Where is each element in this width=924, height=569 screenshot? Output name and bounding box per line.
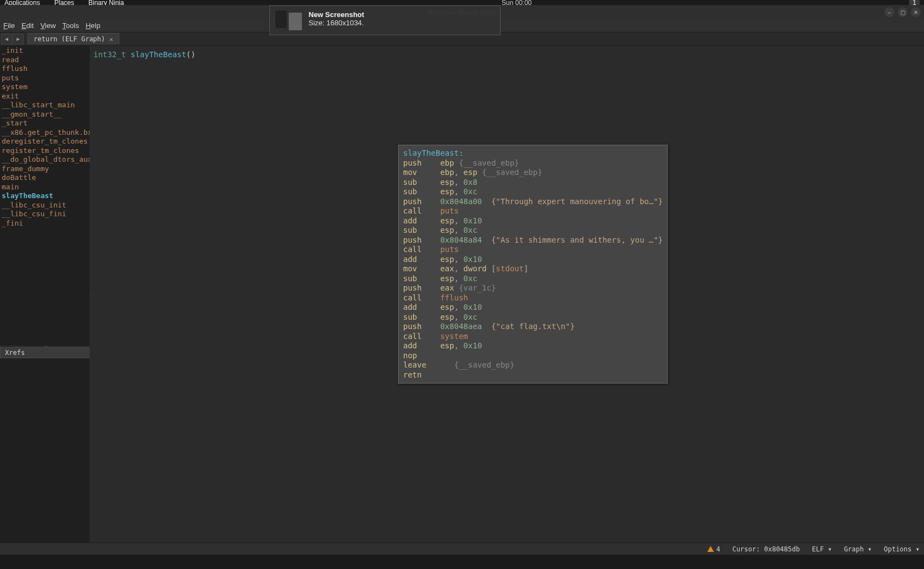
disasm-line[interactable]: retn [403,370,663,380]
disasm-line[interactable]: sub esp, 0xc [403,313,663,322]
disasm-line[interactable]: call system [403,332,663,342]
disasm-line[interactable]: sub esp, 0xc [403,226,663,236]
nav-back-button[interactable]: ◀ [1,34,12,45]
xrefs-panel [0,358,91,543]
disasm-line[interactable]: call fflush [403,293,663,303]
close-button[interactable]: ✕ [911,7,921,17]
disasm-line[interactable]: add esp, 0x10 [403,341,663,351]
nav-forward-button[interactable]: ▶ [13,34,24,45]
menu-file[interactable]: File [3,21,15,30]
disasm-line[interactable]: sub esp, 0xc [403,274,663,284]
disasm-line[interactable]: sub esp, 0x8 [403,178,663,188]
tab-label: return (ELF Graph) [34,35,105,43]
symbol-item[interactable]: _fini [0,219,91,228]
graph-view[interactable]: ⋮ int32_t slayTheBeast() slayTheBeast:pu… [91,46,924,543]
disasm-line[interactable]: add esp, 0x10 [403,255,663,265]
symbol-item[interactable]: main [0,183,91,192]
disasm-line[interactable]: push 0x8048aea {"cat flag.txt\n"} [403,322,663,332]
symbol-item[interactable]: system [0,83,91,92]
symbol-item[interactable]: _start [0,119,91,128]
symbol-item[interactable]: deregister_tm_clones [0,137,91,146]
disasm-line[interactable]: mov eax, dword [stdout] [403,264,663,274]
sidebar: _initreadfflushputssystemexit__libc_star… [0,46,91,543]
disasm-line[interactable]: slayTheBeast: [403,149,663,158]
menu-tools[interactable]: Tools [62,21,79,30]
maximize-button[interactable]: ▢ [898,7,908,17]
disasm-line[interactable]: nop [403,351,663,361]
function-signature: int32_t slayTheBeast() [94,50,195,59]
symbol-item[interactable]: frame_dummy [0,165,91,174]
format-dropdown[interactable]: ELF ▾ [812,545,832,553]
tab-return-elf-graph[interactable]: return (ELF Graph) ✕ [28,33,119,45]
disasm-line[interactable]: call puts [403,206,663,216]
statusbar: 4 Cursor: 0x80485db ELF ▾ Graph ▾ Option… [0,543,924,555]
disasm-line[interactable]: sub esp, 0xc [403,187,663,197]
symbol-item[interactable]: __x86.get_pc_thunk.bx [0,128,91,138]
menu-view[interactable]: View [40,21,56,30]
symbol-item[interactable]: doBattle [0,173,91,183]
basic-block[interactable]: slayTheBeast:push ebp {__saved_ebp}mov e… [398,145,668,384]
symbol-item[interactable]: __do_global_dtors_aux [0,155,91,165]
xrefs-header[interactable]: Xrefs [0,347,91,358]
symbol-item[interactable]: __libc_csu_init [0,201,91,210]
disasm-line[interactable]: push 0x8048a00 {"Through expert manouver… [403,197,663,207]
symbol-item[interactable]: __gmon_start__ [0,110,91,119]
minimize-button[interactable]: – [884,7,894,17]
view-dropdown[interactable]: Graph ▾ [844,545,872,553]
symbol-item[interactable]: __libc_csu_fini [0,210,91,219]
close-icon[interactable]: ✕ [109,36,113,43]
cursor-position: Cursor: 0x80485db [732,545,800,553]
disasm-line[interactable]: push eax {var_1c} [403,283,663,293]
disasm-line[interactable]: add esp, 0x10 [403,216,663,226]
symbol-item[interactable]: register_tm_clones [0,146,91,156]
disasm-line[interactable]: leave {__saved_ebp} [403,360,663,370]
notification-title: New Screenshot [309,10,364,19]
symbol-list[interactable]: _initreadfflushputssystemexit__libc_star… [0,46,91,346]
symbol-item[interactable]: slayTheBeast [0,192,91,201]
tabbar: return (ELF Graph) ✕ [24,32,119,46]
symbol-item[interactable]: fflush [0,64,91,74]
options-dropdown[interactable]: Options ▾ [884,545,920,553]
screenshot-notification[interactable]: New Screenshot Size: 924x569. [270,6,501,35]
menu-help[interactable]: Help [86,21,101,30]
warning-icon [707,546,714,552]
disasm-line[interactable]: push ebp {__saved_ebp} [403,158,663,168]
thumbnail-icon [276,10,302,30]
menu-edit[interactable]: Edit [21,21,34,30]
symbol-item[interactable]: puts [0,74,91,83]
disasm-line[interactable]: call puts [403,245,663,255]
gnome-top-panel: Applications Places Binary Ninja Sun 00:… [0,0,924,5]
warnings-indicator[interactable]: 4 [707,545,720,553]
disasm-line[interactable]: mov ebp, esp {__saved_ebp} [403,168,663,178]
notification-body: Size: 924x569. [309,19,364,27]
vertical-splitter[interactable]: ⋮ [90,46,91,543]
disasm-line[interactable]: push 0x8048a84 {"As it shimmers and with… [403,236,663,245]
symbol-item[interactable]: exit [0,92,91,101]
disasm-line[interactable]: add esp, 0x10 [403,303,663,313]
symbol-item[interactable]: read [0,56,91,65]
bottom-empty-bar [0,555,924,569]
symbol-item[interactable]: __libc_start_main [0,101,91,110]
symbol-item[interactable]: _init [0,46,91,56]
